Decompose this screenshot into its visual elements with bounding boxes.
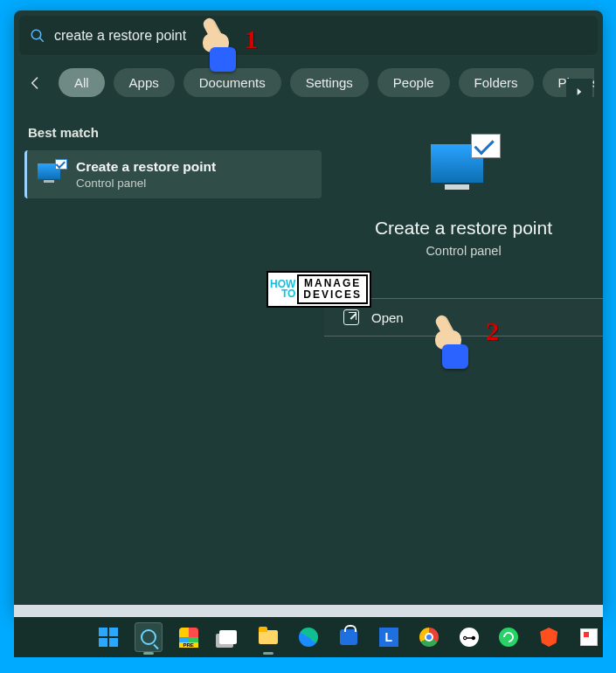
best-match-heading: Best match (24, 113, 324, 150)
taskbar-edge[interactable] (294, 622, 322, 652)
search-query-text: create a restore point (54, 28, 186, 44)
result-subtitle: Control panel (76, 177, 216, 190)
search-flyout: create a restore point All Apps Document… (14, 10, 603, 614)
filter-settings[interactable]: Settings (290, 68, 369, 97)
callout-number-1: 1 (245, 24, 258, 54)
filter-apps[interactable]: Apps (114, 68, 175, 97)
taskbar-misc[interactable] (575, 622, 603, 652)
watermark: HOW TO MANAGE DEVICES (266, 271, 371, 308)
taskbar-keepass[interactable]: ⊶ (455, 622, 483, 652)
pointer-hand-2 (428, 320, 470, 369)
svg-line-1 (39, 38, 44, 42)
watermark-devices: DEVICES (303, 289, 362, 301)
filter-all[interactable]: All (59, 68, 105, 97)
system-properties-icon (38, 163, 64, 186)
open-external-icon (343, 309, 359, 325)
watermark-to: TO (270, 289, 295, 299)
search-icon (30, 28, 45, 44)
result-create-restore-point[interactable]: Create a restore point Control panel (24, 150, 322, 198)
taskbar-start[interactable] (94, 622, 122, 652)
taskbar-copilot[interactable] (175, 622, 203, 652)
taskbar-linkedin[interactable]: L (375, 622, 403, 652)
taskbar-task-view[interactable] (215, 622, 243, 652)
taskbar-whatsapp[interactable] (495, 622, 523, 652)
filter-pills: All Apps Documents Settings People Folde… (59, 68, 594, 97)
pointer-hand-1 (196, 23, 238, 72)
taskbar-top-strip (14, 605, 603, 617)
taskbar-search[interactable] (135, 622, 163, 652)
svg-point-0 (31, 30, 41, 39)
taskbar-chrome[interactable] (415, 622, 443, 652)
back-button[interactable] (23, 70, 48, 96)
open-label: Open (371, 310, 404, 325)
filter-folders[interactable]: Folders (459, 68, 534, 97)
preview-icon (429, 135, 499, 191)
preview-subtitle: Control panel (426, 244, 501, 258)
taskbar-store[interactable] (335, 622, 363, 652)
taskbar: L ⊶ (14, 617, 603, 657)
callout-number-2: 2 (486, 316, 499, 346)
taskbar-brave[interactable] (535, 622, 563, 652)
filter-documents[interactable]: Documents (183, 68, 281, 97)
search-bar[interactable]: create a restore point (19, 16, 598, 56)
taskbar-file-explorer[interactable] (254, 622, 282, 652)
filter-people[interactable]: People (377, 68, 450, 97)
filter-row: All Apps Documents Settings People Folde… (14, 56, 603, 106)
result-title: Create a restore point (76, 159, 216, 175)
preview-title: Create a restore point (375, 218, 552, 239)
filter-scroll-right[interactable] (566, 79, 592, 105)
results-panel: Best match Create a restore point Contro… (14, 106, 324, 607)
